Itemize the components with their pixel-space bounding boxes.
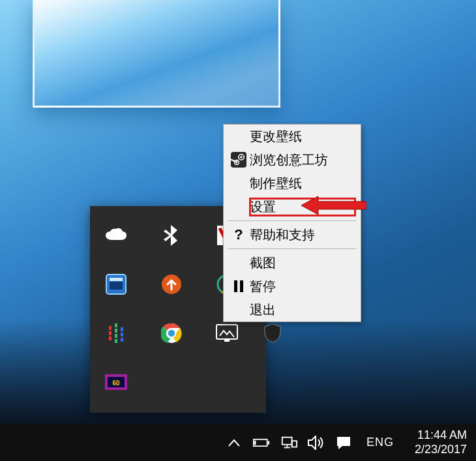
menu-create-wallpaper[interactable]: 制作壁纸 — [224, 171, 361, 195]
svg-rect-21 — [224, 339, 230, 342]
menu-label: 截图 — [250, 254, 355, 272]
svg-rect-9 — [109, 336, 112, 340]
intel-graphics-icon[interactable] — [100, 268, 132, 301]
svg-rect-13 — [115, 339, 117, 343]
svg-rect-39 — [284, 447, 290, 448]
svg-rect-3 — [110, 278, 123, 281]
svg-rect-11 — [115, 329, 117, 333]
svg-rect-37 — [282, 437, 292, 444]
input-language-indicator[interactable]: ENG — [363, 436, 398, 449]
menu-browse-workshop[interactable]: 浏览创意工坊 — [224, 148, 361, 171]
menu-separator — [228, 220, 357, 221]
menu-exit[interactable]: 退出 — [224, 298, 361, 321]
battery-icon[interactable] — [253, 434, 270, 451]
audio-mixer-icon[interactable] — [100, 317, 132, 349]
taskbar-clock[interactable]: 11:44 AM 2/23/2017 — [408, 428, 467, 456]
action-center-icon[interactable] — [335, 434, 352, 451]
svg-rect-16 — [121, 338, 123, 342]
menu-pause[interactable]: 暂停 — [224, 275, 361, 298]
taskbar-date: 2/23/2017 — [415, 443, 467, 457]
svg-rect-38 — [286, 444, 288, 447]
svg-rect-10 — [115, 323, 117, 327]
svg-rect-7 — [109, 326, 112, 330]
taskbar: ENG 11:44 AM 2/23/2017 — [0, 424, 476, 461]
menu-label: 更改壁纸 — [250, 128, 355, 145]
svg-rect-30 — [234, 280, 237, 292]
menu-label: 暂停 — [250, 278, 355, 295]
menu-label: 帮助和支持 — [250, 226, 355, 244]
menu-separator — [228, 248, 357, 249]
svg-text:60: 60 — [112, 379, 120, 387]
menu-screenshot[interactable]: 截图 — [224, 251, 361, 275]
wallpaper-light-panel — [33, 0, 280, 108]
svg-rect-12 — [115, 334, 117, 338]
question-icon: ? — [228, 226, 250, 243]
taskbar-time: 11:44 AM — [415, 428, 467, 443]
volume-icon[interactable] — [308, 434, 325, 451]
menu-label-highlighted: 设置 — [250, 198, 355, 216]
menu-label: 退出 — [250, 301, 355, 319]
menu-label: 制作壁纸 — [250, 175, 355, 192]
wallpaper-engine-context-menu: 更改壁纸 浏览创意工坊 制作壁纸 设置 ? 帮助和支持 截图 暂停 退出 — [223, 124, 361, 322]
svg-rect-36 — [255, 440, 256, 445]
menu-change-wallpaper[interactable]: 更改壁纸 — [224, 125, 361, 148]
network-icon[interactable] — [280, 434, 297, 451]
updater-icon[interactable] — [155, 268, 188, 301]
svg-point-29 — [236, 162, 238, 164]
menu-label: 浏览创意工坊 — [250, 151, 355, 169]
recorder-icon[interactable]: 60 — [100, 366, 132, 398]
chrome-icon[interactable] — [155, 317, 188, 349]
pause-icon — [228, 280, 250, 292]
svg-rect-8 — [109, 331, 112, 335]
svg-rect-14 — [121, 327, 123, 331]
onedrive-icon[interactable] — [100, 219, 132, 252]
system-tray: ENG 11:44 AM 2/23/2017 — [226, 424, 467, 461]
svg-rect-2 — [110, 282, 123, 290]
svg-rect-34 — [267, 441, 269, 444]
svg-rect-31 — [240, 280, 243, 292]
svg-rect-40 — [292, 441, 297, 447]
menu-settings[interactable]: 设置 — [224, 195, 361, 218]
steam-icon — [228, 152, 250, 168]
bluetooth-icon[interactable] — [155, 219, 188, 252]
svg-rect-15 — [121, 333, 123, 336]
tray-overflow-chevron-icon[interactable] — [226, 434, 243, 451]
menu-help-support[interactable]: ? 帮助和支持 — [224, 223, 361, 246]
svg-point-27 — [240, 156, 243, 158]
